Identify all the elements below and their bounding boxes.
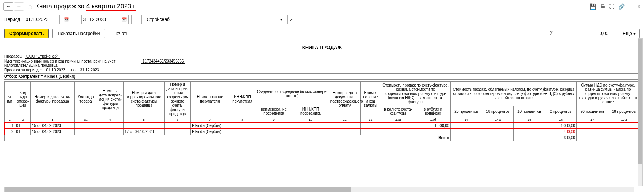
cell-cost2	[416, 129, 450, 135]
total-p0: 600,00	[545, 135, 577, 141]
period-toolbar: Период: 📅 – 📅 ... ▾ ↗	[0, 13, 644, 26]
th-kind: Код вида товара	[75, 82, 97, 117]
date-to-calendar-icon[interactable]: 📅	[120, 15, 129, 24]
cn-17a: 17а	[608, 117, 639, 123]
sum-icon[interactable]: Σ	[550, 30, 554, 37]
preview-icon[interactable]: ⛶	[609, 3, 614, 10]
cell-op: 01	[15, 123, 30, 129]
th-p18: 18 процентов	[482, 106, 514, 117]
cell-cost1	[381, 123, 416, 129]
th-cost-group: Стоимость продаж по счету-фактуре, разни…	[381, 82, 450, 106]
period-to-label: по	[71, 68, 76, 72]
horizontal-scrollbar[interactable]	[4, 187, 634, 192]
th-p10: 10 процентов	[514, 106, 545, 117]
table-row[interactable]: 20115 от 04.09.202317 от 04.10.2023Kikin…	[5, 129, 640, 135]
cell-corrd: 17 от 04.10.2023	[123, 129, 164, 135]
cell-p20	[450, 129, 482, 135]
more-icon[interactable]: ⋮	[628, 3, 634, 10]
th-agent1: наименование посредника	[255, 106, 292, 117]
total-v20	[577, 135, 608, 141]
total-p10	[514, 135, 545, 141]
period-picker-button[interactable]: ...	[131, 15, 142, 24]
generate-button[interactable]: Сформировать	[4, 29, 49, 38]
period-from-value: 01.10.2023	[45, 68, 67, 72]
seller-value: ООО "Стройснаб"	[25, 54, 60, 59]
cell-p20	[450, 123, 482, 129]
th-cost2: в рублях и копейках	[416, 106, 450, 117]
th-v20: 20 процентов	[577, 106, 608, 117]
sales-book-table: № п/п Код вида опера-ции Номер и дата сч…	[4, 81, 640, 141]
report-header: ПродавецООО "Стройснаб" Идентификационны…	[4, 54, 640, 80]
cell-v20	[577, 129, 608, 135]
cell-buyer: Kikinda (Сербия)	[191, 123, 229, 129]
favorite-icon[interactable]: ☆	[27, 2, 33, 11]
cell-pay	[329, 123, 360, 129]
cn-13a: 13а	[381, 117, 416, 123]
period-label: Период:	[4, 17, 21, 22]
cell-p18	[482, 129, 514, 135]
save-icon[interactable]: 💾	[590, 3, 596, 10]
table-row[interactable]: 10115 от 04.09.2023Kikinda (Сербия)1 000…	[5, 123, 640, 129]
sum-input[interactable]	[556, 29, 611, 38]
cn-10: 10	[292, 117, 329, 123]
cn-14a: 14а	[482, 117, 514, 123]
cell-cost1	[381, 129, 416, 135]
cn-12: 12	[360, 117, 381, 123]
nav-back-button[interactable]: ←	[3, 2, 13, 11]
cn-2: 2	[15, 117, 30, 123]
total-row: Всего600,00	[5, 135, 640, 141]
print-button[interactable]: Печать	[109, 29, 133, 38]
cell-p0: 1 000,00	[545, 123, 577, 129]
cell-n: 1	[5, 123, 15, 129]
cn-15: 15	[514, 117, 545, 123]
title-highlight: 4 квартал 2023 г.	[86, 3, 136, 11]
cell-inn	[229, 129, 255, 135]
filter-line: Отбор: Контрагент = Kikinda (Сербия)	[4, 73, 640, 80]
th-n: № п/п	[5, 82, 15, 117]
th-corrd: Номер и дата корректиро-вочного счета-фа…	[123, 82, 164, 117]
cell-n: 2	[5, 129, 15, 135]
organization-input[interactable]	[144, 15, 275, 24]
cell-agent1	[255, 129, 292, 135]
cell-p18	[482, 123, 514, 129]
th-corr2: Номер и дата исправ-ления корректиро-воч…	[165, 82, 191, 117]
inn-value: 1173434453/233455656	[141, 59, 185, 64]
th-vat-group: Сумма НДС по счету-фактуре, разница сумм…	[577, 82, 640, 106]
more-button[interactable]: Еще ▾	[619, 29, 640, 38]
vertical-scrollbar[interactable]	[638, 38, 643, 186]
organization-dropdown-icon[interactable]: ▾	[278, 15, 285, 24]
cn-16: 16	[545, 117, 577, 123]
cn-13b: 13б	[416, 117, 450, 123]
th-cur: Наиме-нование и код валюты	[360, 82, 381, 117]
cn-5: 5	[123, 117, 164, 123]
cell-agent2	[292, 123, 329, 129]
th-sf: Номер и дата счета-фактуры продавца	[31, 82, 75, 117]
cell-sf: 15 от 04.09.2023	[31, 129, 75, 135]
th-agent-group: Сведения о посреднике (комиссионере, аге…	[255, 82, 329, 106]
total-label: Всего	[5, 135, 451, 141]
close-icon[interactable]: ×	[638, 3, 641, 10]
th-agent2: ИНН/КПП посредника	[292, 106, 329, 117]
cell-cur	[360, 123, 381, 129]
link-icon[interactable]: 🔗	[618, 3, 625, 10]
period-to-value: 31.12.2023	[79, 68, 101, 72]
action-bar: Сформировать Показать настройки Печать Σ…	[0, 26, 644, 41]
cn-8: 8	[229, 117, 255, 123]
cell-p10	[514, 129, 545, 135]
show-settings-button[interactable]: Показать настройки	[52, 29, 105, 38]
cell-v18	[608, 129, 639, 135]
cell-corr	[97, 123, 123, 129]
date-from-calendar-icon[interactable]: 📅	[62, 15, 71, 24]
date-from-input[interactable]	[24, 15, 60, 24]
th-p0: 0 процентов	[545, 106, 577, 117]
organization-open-icon[interactable]: ↗	[287, 15, 295, 24]
titlebar: ← → ☆ Книга продаж за 4 квартал 2023 г. …	[0, 0, 644, 13]
total-v18	[608, 135, 639, 141]
cn-9: 9	[255, 117, 292, 123]
print-icon[interactable]: 🖶	[600, 3, 605, 10]
cell-agent1	[255, 123, 292, 129]
nav-forward-button[interactable]: →	[14, 2, 24, 11]
cell-p0: -400,00	[545, 129, 577, 135]
cell-corr	[97, 129, 123, 135]
date-to-input[interactable]	[81, 15, 117, 24]
